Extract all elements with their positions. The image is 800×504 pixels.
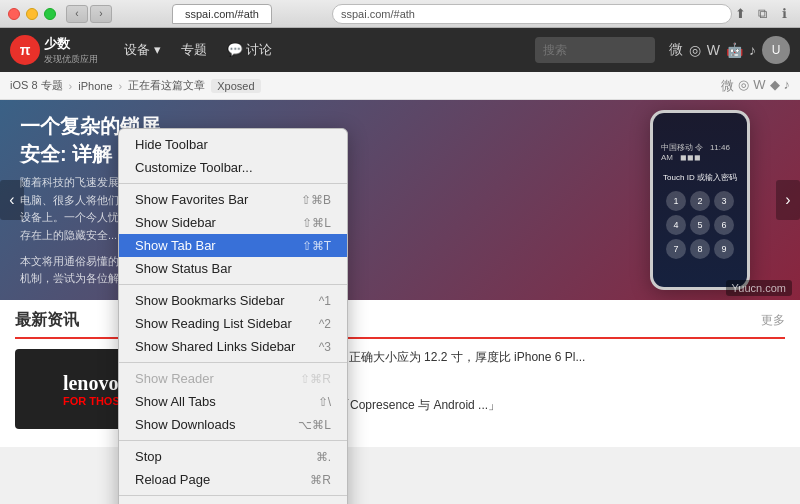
key-4[interactable]: 4	[666, 215, 686, 235]
wechat-icon[interactable]: W	[707, 42, 720, 58]
menu-show-status[interactable]: Show Status Bar	[119, 257, 347, 280]
traffic-lights	[0, 8, 56, 20]
weibo-icon[interactable]: 微	[669, 41, 683, 59]
menu-label-tab-bar: Show Tab Bar	[135, 238, 216, 253]
watermark: Yuucn.com	[726, 280, 792, 296]
browser-tab[interactable]: sspai.com/#ath	[172, 4, 272, 24]
key-7[interactable]: 7	[666, 239, 686, 259]
titlebar-icons: ⬆ ⧉ ℹ	[732, 6, 800, 22]
music-icon[interactable]: ♪	[749, 42, 756, 58]
social-icons: 微 ◎ W ◆ ♪	[721, 77, 790, 95]
url-text: sspai.com/#ath	[341, 8, 415, 20]
menu-hide-toolbar[interactable]: Hide Toolbar	[119, 133, 347, 156]
forward-button[interactable]: ›	[90, 5, 112, 23]
browser-toolbar: π 少数 发现优质应用 设备 ▾ 专题 💬 讨论 微 ◎ W 🤖 ♪ U	[0, 28, 800, 72]
key-2[interactable]: 2	[690, 191, 710, 211]
menu-label-stop: Stop	[135, 449, 162, 464]
menu-label-favorites: Show Favorites Bar	[135, 192, 248, 207]
tab-area: sspai.com/#ath	[112, 4, 332, 24]
site-info: 少数 发现优质应用	[44, 35, 98, 66]
menu-shortcut-tab-bar: ⇧⌘T	[302, 239, 331, 253]
menu-label-reading: Show Reading List Sidebar	[135, 316, 292, 331]
social-android[interactable]: ◆	[770, 77, 780, 95]
menu-shortcut-favorites: ⇧⌘B	[301, 193, 331, 207]
menu-show-favorites[interactable]: Show Favorites Bar ⇧⌘B	[119, 188, 347, 211]
logo-icon: π	[10, 35, 40, 65]
menu-show-sidebar[interactable]: Show Sidebar ⇧⌘L	[119, 211, 347, 234]
key-1[interactable]: 1	[666, 191, 686, 211]
key-3[interactable]: 3	[714, 191, 734, 211]
menu-reading-list[interactable]: Show Reading List Sidebar ^2	[119, 312, 347, 335]
titlebar: ‹ › sspai.com/#ath sspai.com/#ath ⬆ ⧉ ℹ	[0, 0, 800, 28]
tag-xposed[interactable]: Xposed	[211, 79, 260, 93]
close-button[interactable]	[8, 8, 20, 20]
menu-shortcut-all-tabs: ⇧\	[318, 395, 331, 409]
key-9[interactable]: 9	[714, 239, 734, 259]
menu-reload[interactable]: Reload Page ⌘R	[119, 468, 347, 491]
menu-shortcut-reading: ^2	[319, 317, 331, 331]
breadcrumb-current[interactable]: 正在看这篇文章	[128, 78, 205, 93]
breadcrumb-ios8[interactable]: iOS 8 专题	[10, 78, 63, 93]
key-8[interactable]: 8	[690, 239, 710, 259]
tabs-icon[interactable]: ⧉	[754, 6, 770, 22]
menu-actual-size[interactable]: Actual Size ⌘0	[119, 500, 347, 504]
breadcrumb-bar: iOS 8 专题 › iPhone › 正在看这篇文章 Xposed 微 ◎ W…	[0, 72, 800, 100]
maximize-button[interactable]	[44, 8, 56, 20]
phone-keypad: 1 2 3 4 5 6 7 8 9	[666, 191, 734, 259]
nav-menu: 设备 ▾ 专题 💬 讨论	[116, 37, 280, 63]
menu-show-downloads[interactable]: Show Downloads ⌥⌘L	[119, 413, 347, 436]
key-6[interactable]: 6	[714, 215, 734, 235]
back-button[interactable]: ‹	[66, 5, 88, 23]
site-name: 少数	[44, 35, 98, 53]
news-title: 最新资讯	[15, 310, 79, 331]
nav-device[interactable]: 设备 ▾	[116, 37, 169, 63]
menu-label-status: Show Status Bar	[135, 261, 232, 276]
phone-lock-text: Touch ID 或输入密码	[663, 172, 737, 183]
menu-show-tab-bar[interactable]: Show Tab Bar ⇧⌘T	[119, 234, 347, 257]
menu-sep-1	[119, 183, 347, 184]
social-wechat[interactable]: W	[753, 77, 765, 95]
site-sub: 发现优质应用	[44, 53, 98, 66]
menu-label-all-tabs: Show All Tabs	[135, 394, 216, 409]
menu-shortcut-bookmarks: ^1	[319, 294, 331, 308]
address-bar[interactable]: sspai.com/#ath	[332, 4, 732, 24]
share-icon[interactable]: ⬆	[732, 6, 748, 22]
tab-label: sspai.com/#ath	[185, 8, 259, 20]
rss-icon[interactable]: ◎	[689, 42, 701, 58]
menu-sep-2	[119, 284, 347, 285]
breadcrumb-iphone[interactable]: iPhone	[78, 80, 112, 92]
search-input[interactable]	[535, 37, 655, 63]
menu-shortcut-downloads: ⌥⌘L	[298, 418, 331, 432]
menu-shared-links[interactable]: Show Shared Links Sidebar ^3	[119, 335, 347, 358]
menu-show-all-tabs[interactable]: Show All Tabs ⇧\	[119, 390, 347, 413]
social-music[interactable]: ♪	[784, 77, 791, 95]
hero-nav-right[interactable]: ›	[776, 180, 800, 220]
info-icon[interactable]: ℹ	[776, 6, 792, 22]
toolbar-icons: 微 ◎ W 🤖 ♪ U	[663, 36, 790, 64]
menu-label-downloads: Show Downloads	[135, 417, 235, 432]
menu-stop[interactable]: Stop ⌘.	[119, 445, 347, 468]
main-content: ‹ 一个复杂的锁屏安全: 详解 iO... 随着科技的飞速发展，电脑、很多人将他…	[0, 100, 800, 504]
menu-customize-toolbar[interactable]: Customize Toolbar...	[119, 156, 347, 179]
menu-show-reader: Show Reader ⇧⌘R	[119, 367, 347, 390]
phone-screen: 中国移动 令 11:46 AM ◼◼◼ Touch ID 或输入密码 1 2 3…	[653, 113, 747, 287]
menu-label-hide-toolbar: Hide Toolbar	[135, 137, 208, 152]
menu-label-reader: Show Reader	[135, 371, 214, 386]
nav-discuss[interactable]: 💬 讨论	[219, 37, 281, 63]
menu-label-sidebar: Show Sidebar	[135, 215, 216, 230]
minimize-button[interactable]	[26, 8, 38, 20]
menu-label-reload: Reload Page	[135, 472, 210, 487]
menu-shortcut-sidebar: ⇧⌘L	[302, 216, 331, 230]
menu-sep-3	[119, 362, 347, 363]
menu-sep-4	[119, 440, 347, 441]
avatar[interactable]: U	[762, 36, 790, 64]
android-icon[interactable]: 🤖	[726, 42, 743, 58]
menu-sep-5	[119, 495, 347, 496]
social-rss[interactable]: ◎	[738, 77, 749, 95]
menu-bookmarks-sidebar[interactable]: Show Bookmarks Sidebar ^1	[119, 289, 347, 312]
nav-special[interactable]: 专题	[173, 37, 215, 63]
news-more[interactable]: 更多	[761, 312, 785, 329]
social-weibo[interactable]: 微	[721, 77, 734, 95]
phone-mock: 中国移动 令 11:46 AM ◼◼◼ Touch ID 或输入密码 1 2 3…	[650, 110, 750, 290]
key-5[interactable]: 5	[690, 215, 710, 235]
